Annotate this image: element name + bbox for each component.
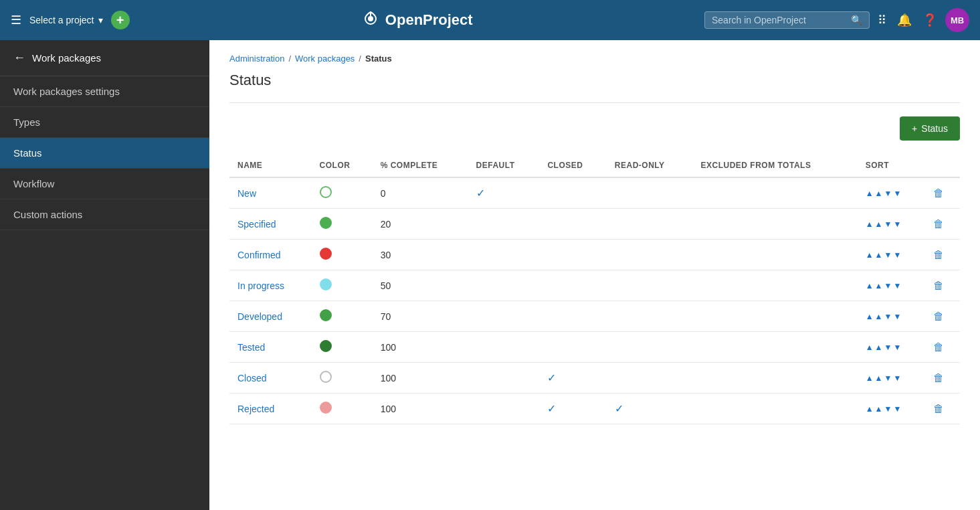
- status-default-cell: [468, 209, 540, 240]
- status-name-link[interactable]: In progress: [237, 280, 284, 291]
- status-default-cell: [468, 270, 540, 301]
- status-closed-cell: [539, 177, 606, 209]
- breadcrumb-administration[interactable]: Administration: [229, 54, 284, 64]
- sort-up-button[interactable]: ▲: [866, 343, 874, 352]
- color-dot: [320, 402, 332, 414]
- add-status-button[interactable]: + Status: [900, 116, 960, 141]
- sort-down-button[interactable]: ▼: [893, 189, 901, 198]
- hamburger-icon[interactable]: ☰: [11, 13, 21, 27]
- help-icon[interactable]: ❓: [922, 13, 937, 27]
- delete-button[interactable]: 🗑: [933, 311, 944, 322]
- sidebar-item-workflow[interactable]: Workflow: [0, 169, 209, 199]
- status-excluded-cell: [693, 301, 858, 332]
- sort-up-button[interactable]: ▲: [866, 373, 874, 383]
- delete-button[interactable]: 🗑: [933, 341, 944, 353]
- sort-up-button[interactable]: ▲: [866, 220, 874, 229]
- delete-button[interactable]: 🗑: [933, 372, 944, 384]
- sort-controls: ▲▲▼▼: [866, 250, 917, 260]
- sort-down-button[interactable]: ▼: [893, 220, 901, 229]
- delete-button[interactable]: 🗑: [933, 249, 944, 260]
- sort-down-button[interactable]: ▼: [893, 250, 901, 260]
- sort-down-button[interactable]: ▼: [884, 343, 892, 352]
- sort-down-button[interactable]: ▼: [884, 250, 892, 260]
- status-name-link[interactable]: Tested: [237, 342, 265, 353]
- sidebar-item-label: Workflow: [13, 178, 54, 189]
- status-excluded-cell: [693, 270, 858, 301]
- status-complete-cell: 100: [373, 332, 468, 363]
- sort-up-button[interactable]: ▲: [875, 373, 883, 383]
- sort-up-button[interactable]: ▲: [866, 189, 874, 198]
- status-name-link[interactable]: Developed: [237, 311, 282, 322]
- status-sort-cell: ▲▲▼▼: [858, 177, 925, 209]
- sort-down-button[interactable]: ▼: [884, 312, 892, 321]
- sort-up-button[interactable]: ▲: [866, 250, 874, 260]
- sort-down-button[interactable]: ▼: [893, 312, 901, 321]
- status-sort-cell: ▲▲▼▼: [858, 240, 925, 270]
- sidebar-item-status[interactable]: Status: [0, 138, 209, 169]
- logo-icon: [361, 11, 380, 29]
- status-name-link[interactable]: Specified: [237, 219, 276, 230]
- sidebar-item-label: Custom actions: [13, 209, 82, 220]
- search-box[interactable]: 🔍: [704, 11, 870, 29]
- sidebar-item-work-packages-settings[interactable]: Work packages settings: [0, 76, 209, 107]
- search-input[interactable]: [712, 15, 846, 25]
- sort-down-button[interactable]: ▼: [893, 281, 901, 290]
- breadcrumb-sep-2: /: [359, 54, 361, 64]
- sort-controls: ▲▲▼▼: [866, 373, 917, 383]
- sidebar-back[interactable]: ← Work packages: [0, 40, 209, 76]
- status-name-link[interactable]: Closed: [237, 373, 267, 384]
- sidebar-item-custom-actions[interactable]: Custom actions: [0, 199, 209, 230]
- sort-down-button[interactable]: ▼: [893, 404, 901, 414]
- sort-down-button[interactable]: ▼: [893, 373, 901, 383]
- project-select[interactable]: Select a project ▾: [29, 15, 103, 25]
- top-nav: ☰ Select a project ▾ + OpenProject 🔍 ⠿ 🔔…: [0, 0, 980, 40]
- delete-button[interactable]: 🗑: [933, 403, 944, 414]
- sort-controls: ▲▲▼▼: [866, 312, 917, 321]
- sort-up-button[interactable]: ▲: [875, 404, 883, 414]
- delete-button[interactable]: 🗑: [933, 218, 944, 230]
- sort-up-button[interactable]: ▲: [875, 281, 883, 290]
- avatar[interactable]: MB: [945, 8, 969, 32]
- status-closed-cell: [539, 270, 606, 301]
- sort-up-button[interactable]: ▲: [875, 189, 883, 198]
- status-excluded-cell: [693, 177, 858, 209]
- status-sort-cell: ▲▲▼▼: [858, 363, 925, 394]
- sort-down-button[interactable]: ▼: [893, 343, 901, 352]
- delete-button[interactable]: 🗑: [933, 187, 944, 199]
- sort-up-button[interactable]: ▲: [866, 281, 874, 290]
- table-row: In progress50▲▲▼▼🗑: [229, 270, 960, 301]
- sort-up-button[interactable]: ▲: [866, 312, 874, 321]
- sort-down-button[interactable]: ▼: [884, 281, 892, 290]
- sort-down-button[interactable]: ▼: [884, 404, 892, 414]
- status-name-link[interactable]: Confirmed: [237, 250, 281, 260]
- sidebar: ← Work packages Work packages settings T…: [0, 40, 209, 510]
- col-header-complete: % COMPLETE: [373, 154, 468, 177]
- sort-up-button[interactable]: ▲: [875, 250, 883, 260]
- layout: ← Work packages Work packages settings T…: [0, 40, 980, 510]
- table-row: Specified20▲▲▼▼🗑: [229, 209, 960, 240]
- status-closed-cell: [539, 209, 606, 240]
- status-closed-cell: [539, 332, 606, 363]
- sort-up-button[interactable]: ▲: [875, 343, 883, 352]
- delete-button[interactable]: 🗑: [933, 280, 944, 291]
- status-sort-cell: ▲▲▼▼: [858, 209, 925, 240]
- status-name-link[interactable]: New: [237, 188, 256, 199]
- sort-up-button[interactable]: ▲: [875, 312, 883, 321]
- sort-down-button[interactable]: ▼: [884, 220, 892, 229]
- grid-icon[interactable]: ⠿: [878, 13, 886, 27]
- status-name-link[interactable]: Rejected: [237, 404, 274, 414]
- breadcrumb-work-packages[interactable]: Work packages: [295, 54, 355, 64]
- page-title: Status: [229, 72, 960, 89]
- bell-icon[interactable]: 🔔: [897, 13, 912, 27]
- status-name-cell: Closed: [229, 363, 312, 394]
- sidebar-item-types[interactable]: Types: [0, 107, 209, 138]
- color-dot: [320, 248, 332, 260]
- sort-up-button[interactable]: ▲: [875, 220, 883, 229]
- sort-down-button[interactable]: ▼: [884, 189, 892, 198]
- sort-down-button[interactable]: ▼: [884, 373, 892, 383]
- add-project-button[interactable]: +: [111, 11, 130, 29]
- status-color-cell: [312, 177, 373, 209]
- sort-up-button[interactable]: ▲: [866, 404, 874, 414]
- col-header-closed: CLOSED: [539, 154, 606, 177]
- table-row: Rejected100✓✓▲▲▼▼🗑: [229, 394, 960, 424]
